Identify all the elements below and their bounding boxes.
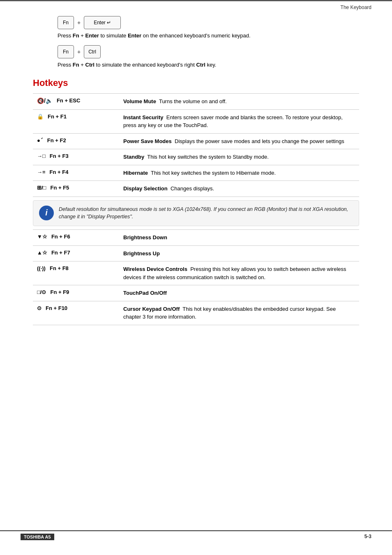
hk-key-f2: ●ˊ Fn + F2: [33, 134, 115, 149]
enter-key: Enter ↵: [84, 16, 121, 29]
info-icon: i: [39, 206, 54, 220]
hk-key-f6: ▼☆ Fn + F6: [33, 230, 115, 245]
hk-key-f1: 🔒 Fn + F1: [33, 110, 115, 133]
hk-desc-f6: Brightness Down: [115, 230, 359, 245]
hk-row-f6: ▼☆ Fn + F6 Brightness Down: [33, 229, 359, 245]
fn-ctrl-key-row: Fn + Ctrl: [58, 45, 359, 58]
main-content: Fn + Enter ↵ Press Fn + Enter to simulat…: [0, 12, 392, 342]
fn-key-1: Fn: [58, 16, 74, 29]
hk-key-f7: ▲☆ Fn + F7: [33, 246, 115, 261]
hotkeys-title: Hotkeys: [33, 78, 359, 88]
brightness-up-icon: ▲☆: [37, 250, 47, 256]
hk-desc-f1: Instant Security Enters screen saver mod…: [115, 110, 359, 133]
plus-1: +: [77, 19, 81, 26]
wireless-icon: ((·)): [37, 265, 46, 271]
hk-row-f10: ⊙ Fn + F10 Cursor Keypad On/Off This hot…: [33, 301, 359, 325]
hk-key-f9-text: Fn + F9: [50, 289, 69, 295]
hk-row-f7: ▲☆ Fn + F7 Brightness Up: [33, 245, 359, 261]
footer-page: 5-3: [364, 534, 371, 540]
footer: TOSHIBA A5 5-3: [0, 530, 392, 543]
hk-row-f4: →≡ Fn + F4 Hibernate This hot key switch…: [33, 165, 359, 181]
hk-key-esc: 🔇/🔈 Fn + ESC: [33, 94, 115, 109]
fn-enter-desc: Press Fn + Enter to simulate Enter on th…: [58, 32, 359, 39]
brightness-down-icon: ▼☆: [37, 234, 47, 240]
hk-row-f5: ⊞/□ Fn + F5 Display Selection Changes di…: [33, 180, 359, 197]
standby-icon: →□: [37, 153, 46, 159]
fn-enter-section: Fn + Enter ↵ Press Fn + Enter to simulat…: [33, 16, 359, 39]
footer-brand: TOSHIBA A5: [21, 534, 54, 540]
hk-desc-f5: Display Selection Changes displays.: [115, 181, 359, 197]
fn-enter-key-row: Fn + Enter ↵: [58, 16, 359, 29]
hk-desc-f8: Wireless Device Controls Pressing this h…: [115, 261, 359, 285]
header-title: The Keyboard: [341, 5, 371, 10]
page-container: The Keyboard Fn + Enter ↵ Press Fn + Ent…: [0, 0, 392, 555]
hotkeys-table-section-2: ▼☆ Fn + F6 Brightness Down ▲☆ Fn + F7 Br…: [33, 229, 359, 325]
fn-ctrl-section: Fn + Ctrl Press Fn + Ctrl to simulate th…: [33, 45, 359, 68]
hk-desc-esc: Volume Mute Turns the volume on and off.: [115, 94, 359, 109]
fn-ctrl-desc: Press Fn + Ctrl to simulate the enhanced…: [58, 62, 359, 68]
lock-icon: 🔒: [37, 113, 44, 120]
hk-desc-f4: Hibernate This hot key switches the syst…: [115, 165, 359, 181]
hk-key-f10-text: Fn + F10: [46, 305, 67, 311]
hotkeys-table-section-1: 🔇/🔈 Fn + ESC Volume Mute Turns the volum…: [33, 93, 359, 197]
hk-row-f2: ●ˊ Fn + F2 Power Save Modes Displays the…: [33, 133, 359, 149]
hk-key-f5-text: Fn + F5: [50, 185, 69, 191]
hk-desc-f7: Brightness Up: [115, 246, 359, 261]
hk-row-f3: →□ Fn + F3 Standby This hot key switches…: [33, 149, 359, 165]
header-area: The Keyboard: [0, 1, 392, 12]
info-text: Default resolution for simultaneous mode…: [59, 206, 353, 221]
hk-desc-f2: Power Save Modes Displays the power save…: [115, 134, 359, 149]
info-box: i Default resolution for simultaneous mo…: [33, 200, 359, 227]
cursor-keypad-icon: ⊙: [37, 305, 42, 311]
fn-key-2: Fn: [58, 45, 74, 58]
hk-key-f2-text: Fn + F2: [47, 137, 66, 143]
hk-row-f1: 🔒 Fn + F1 Instant Security Enters screen…: [33, 109, 359, 133]
hk-row-esc: 🔇/🔈 Fn + ESC Volume Mute Turns the volum…: [33, 93, 359, 109]
hk-row-f8: ((·)) Fn + F8 Wireless Device Controls P…: [33, 261, 359, 285]
display-icon: ⊞/□: [37, 185, 46, 191]
hk-key-f7-text: Fn + F7: [51, 250, 70, 256]
hk-desc-f3: Standby This hot key switches the system…: [115, 149, 359, 165]
hk-key-f1-text: Fn + F1: [48, 113, 67, 120]
hk-key-f5: ⊞/□ Fn + F5: [33, 181, 115, 197]
volume-icon: 🔇/🔈: [37, 97, 53, 104]
ctrl-key: Ctrl: [84, 45, 101, 58]
plus-2: +: [77, 49, 81, 55]
hk-key-f9: □/⊙ Fn + F9: [33, 285, 115, 301]
hk-key-f10: ⊙ Fn + F10: [33, 301, 115, 325]
touchpad-icon: □/⊙: [37, 289, 46, 295]
power-icon: ●ˊ: [37, 137, 43, 143]
hk-key-f4-text: Fn + F4: [50, 169, 69, 175]
hk-key-f3-text: Fn + F3: [50, 153, 69, 159]
hk-desc-f9: TouchPad On/Off: [115, 285, 359, 301]
hk-key-esc-text: Fn + ESC: [57, 97, 80, 104]
hk-key-f8-text: Fn + F8: [50, 265, 69, 271]
hk-key-f4: →≡ Fn + F4: [33, 165, 115, 181]
hk-key-f6-text: Fn + F6: [51, 234, 70, 240]
hk-key-f8: ((·)) Fn + F8: [33, 261, 115, 285]
hibernate-icon: →≡: [37, 169, 46, 175]
hk-row-f9: □/⊙ Fn + F9 TouchPad On/Off: [33, 285, 359, 301]
hk-desc-f10: Cursor Keypad On/Off This hot key enable…: [115, 301, 359, 325]
hk-key-f3: →□ Fn + F3: [33, 149, 115, 165]
